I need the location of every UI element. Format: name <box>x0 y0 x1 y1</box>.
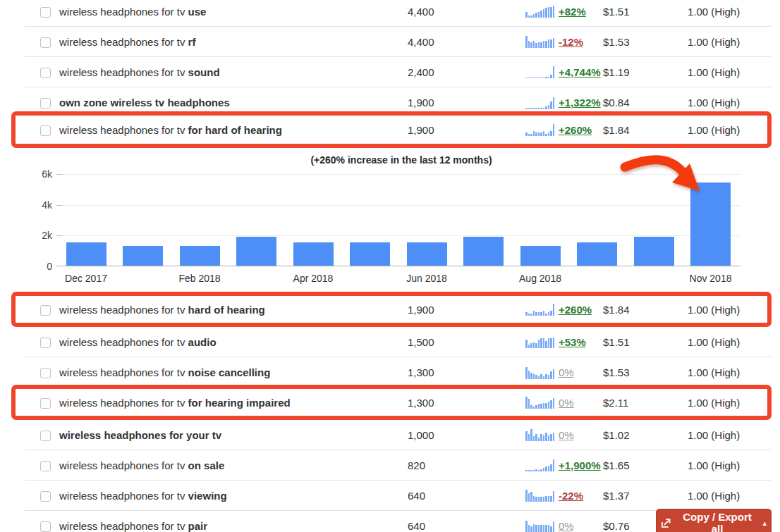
sparkline-bar <box>550 371 552 378</box>
row-checkbox[interactable] <box>40 521 51 532</box>
sparkline-bar <box>543 108 545 109</box>
sparkline-bar <box>533 41 535 48</box>
row-checkbox[interactable] <box>40 98 51 109</box>
sparkline-bar <box>528 134 530 136</box>
trend-sparkline <box>523 35 554 48</box>
keyword-bold-text: own zone wireless tv headphones <box>59 97 230 109</box>
keyword-bold-text: for hearing impaired <box>188 397 291 409</box>
y-axis-label-0: 0 <box>27 261 52 272</box>
sparkline-bar <box>525 340 528 348</box>
sparkline-bar <box>533 407 535 409</box>
keyword-cell[interactable]: wireless headphones for tv sound <box>59 66 408 78</box>
sparkline-bar <box>528 16 530 18</box>
sparkline-bar <box>548 338 550 348</box>
sparkline-bar <box>540 338 542 348</box>
trend-percent-link[interactable]: -22% <box>559 490 583 502</box>
row-checkbox[interactable] <box>40 398 51 409</box>
competition-value: 1.00 (High) <box>688 459 772 471</box>
row-checkbox[interactable] <box>40 368 51 378</box>
trend-percent-link[interactable]: +82% <box>559 6 586 18</box>
keyword-cell[interactable]: wireless headphones for tv rf <box>59 36 408 48</box>
cpc-value: $1.02 <box>603 429 688 441</box>
competition-value: 1.00 (High) <box>688 6 772 18</box>
sparkline-bar <box>533 436 535 441</box>
row-checkbox[interactable] <box>40 491 51 502</box>
sparkline-bar <box>548 375 550 378</box>
keyword-cell[interactable]: wireless headphones for tv on sale <box>59 459 408 471</box>
trend-percent-link[interactable]: -12% <box>559 36 583 48</box>
table-row: wireless headphones for tv sound2,400+4,… <box>25 57 772 87</box>
y-axis-tick <box>56 205 62 206</box>
sparkline-bar <box>538 312 540 316</box>
trend-percent-link[interactable]: +1,900% <box>559 459 601 471</box>
cpc-value: $0.84 <box>603 97 688 109</box>
keyword-cell[interactable]: own zone wireless tv headphones <box>59 97 408 109</box>
row-checkbox[interactable] <box>40 338 51 348</box>
keyword-cell[interactable]: wireless headphones for your tv <box>59 429 408 441</box>
checkbox-cell <box>25 366 59 379</box>
row-checkbox[interactable] <box>40 37 51 48</box>
trend-percent-link[interactable]: +4,744% <box>559 66 601 78</box>
keyword-bold-text: wireless headphones for your tv <box>59 429 221 441</box>
row-checkbox[interactable] <box>40 125 51 136</box>
keyword-cell[interactable]: wireless headphones for tv for hearing i… <box>59 397 408 409</box>
row-checkbox[interactable] <box>40 305 51 316</box>
keyword-cell[interactable]: wireless headphones for tv use <box>59 6 408 18</box>
sparkline-bar <box>525 36 528 48</box>
row-checkbox[interactable] <box>40 68 51 78</box>
keyword-bold-text: pair <box>188 520 208 532</box>
sparkline-bar <box>545 41 547 48</box>
sparkline-bar <box>530 108 532 109</box>
sparkline-bar <box>550 311 552 316</box>
sparkline-bar <box>535 132 537 136</box>
keyword-cell[interactable]: wireless headphones for tv hard of heari… <box>59 304 408 316</box>
sparkline-bar <box>553 338 555 348</box>
keyword-cell[interactable]: wireless headphones for tv noise cancell… <box>59 366 408 378</box>
sparkline-bar <box>550 131 552 136</box>
trend-percent-link[interactable]: 0% <box>559 397 574 409</box>
sparkline-bar <box>543 9 545 18</box>
copy-export-all-button[interactable]: Copy / Export all ▴ <box>656 509 772 532</box>
trend-cell: 0% <box>523 428 603 441</box>
trend-percent-link[interactable]: +260% <box>559 124 592 136</box>
keyword-cell[interactable]: wireless headphones for tv pair <box>59 520 408 532</box>
trend-percent-link[interactable]: +53% <box>559 336 586 348</box>
trend-percent-link[interactable]: 0% <box>559 366 574 378</box>
checkbox-cell <box>25 396 59 409</box>
trend-percent-link[interactable]: +1,322% <box>559 97 601 109</box>
y-axis-label-6k: 6k <box>27 168 52 180</box>
keyword-cell[interactable]: wireless headphones for tv viewing <box>59 490 408 502</box>
sparkline-bar <box>545 403 547 409</box>
sparkline-bar <box>530 492 532 502</box>
sparkline-bar <box>533 108 535 109</box>
trend-sparkline <box>523 66 554 78</box>
competition-value: 1.00 (High) <box>688 336 772 348</box>
sparkline-bar <box>553 459 555 471</box>
trend-sparkline <box>523 520 554 532</box>
trend-percent-link[interactable]: 0% <box>559 429 574 441</box>
sparkline-bar <box>548 525 550 532</box>
sparkline-bar <box>543 468 545 471</box>
keyword-cell[interactable]: wireless headphones for tv for hard of h… <box>59 124 408 136</box>
trend-cell: 0% <box>523 396 603 409</box>
row-checkbox[interactable] <box>40 461 51 471</box>
red-highlight-box: wireless headphones for tv hard of heari… <box>11 292 772 327</box>
row-checkbox[interactable] <box>40 431 51 441</box>
trend-percent-link[interactable]: +260% <box>559 304 592 316</box>
trend-sparkline <box>523 489 554 502</box>
gridline <box>62 174 741 175</box>
trend-percent-link[interactable]: 0% <box>559 520 574 532</box>
sparkline-bar <box>530 314 532 316</box>
sparkline-bar <box>553 491 555 502</box>
sparkline-bar <box>540 132 542 136</box>
keyword-text: wireless headphones for tv <box>59 6 188 18</box>
keyword-cell[interactable]: wireless headphones for tv audio <box>59 336 408 348</box>
search-volume-value: 1,900 <box>408 124 523 136</box>
keyword-text: wireless headphones for tv <box>59 459 188 471</box>
sparkline-bar <box>543 376 545 378</box>
row-checkbox[interactable] <box>40 7 51 18</box>
keyword-text: wireless headphones for tv <box>59 336 188 348</box>
competition-value: 1.00 (High) <box>688 36 772 48</box>
sparkline-bar <box>528 41 530 48</box>
sparkline-bar <box>540 404 542 409</box>
